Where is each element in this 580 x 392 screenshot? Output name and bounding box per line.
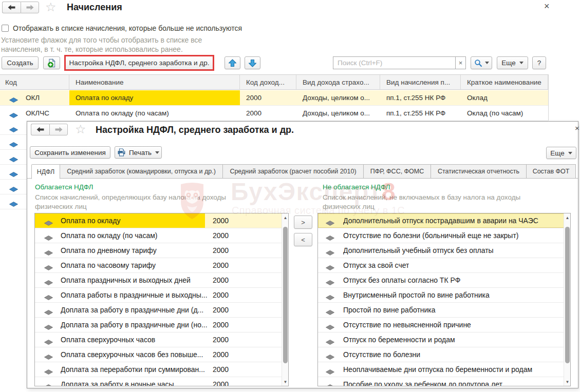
list-item[interactable]: Доплата за работу в праздничные дни (д..…	[35, 303, 288, 318]
list-item[interactable]: Оплата по часовому тарифу2000	[35, 258, 288, 273]
print-button[interactable]: Печать	[115, 146, 162, 159]
down-arrow-icon	[248, 59, 257, 67]
move-up-button[interactable]	[224, 56, 240, 69]
table-row-partial[interactable]	[0, 135, 27, 150]
dialog-favorite-star-icon[interactable]: ☆	[75, 123, 86, 135]
tab-1[interactable]: Средний заработок (командировки, отпуска…	[60, 164, 223, 179]
table-cell[interactable]: Доходы, целиком о...	[296, 90, 380, 105]
left-desc-line1: Список начислений, определяющих базу нал…	[35, 193, 226, 201]
list-item[interactable]: Доплата за работу в ночные часы2000	[35, 377, 288, 386]
back-button[interactable]	[2, 2, 21, 13]
table-cell[interactable]: ОКЛЧС	[20, 106, 69, 121]
item-diamond-icon	[9, 202, 18, 207]
table-cell[interactable]: 2000	[240, 90, 296, 105]
list-item-name: Внутрисменный простой по вине работника	[343, 288, 490, 302]
list-item[interactable]: Оплата по окладу2000	[35, 213, 288, 228]
table-row[interactable]: ОКЛЧСОплата по окладу (по часам)2000Дохо…	[0, 106, 548, 121]
table-row-partial[interactable]	[0, 194, 27, 209]
column-header[interactable]: Вид дохода страхо...	[296, 75, 380, 89]
left-scrollbar-thumb[interactable]	[283, 227, 288, 363]
create-group-button[interactable]	[43, 56, 60, 69]
list-item[interactable]: Отсутствие по болезни (больничный еще не…	[318, 228, 570, 243]
table-cell[interactable]: пп.1, ст.255 НК РФ	[380, 90, 461, 105]
table-row-partial[interactable]	[0, 150, 27, 165]
list-more-button[interactable]: Еще	[497, 56, 528, 69]
table-cell[interactable]: пп.1, ст.255 НК РФ	[380, 106, 461, 121]
favorite-star-icon[interactable]: ☆	[45, 1, 57, 13]
dialog-more-button[interactable]: Еще	[546, 147, 576, 159]
scroll-up-icon[interactable]: ▲	[282, 214, 289, 221]
list-item[interactable]: Оплата сверхурочных часов без повыше...2…	[35, 347, 288, 362]
scroll-down-icon[interactable]: ▼	[282, 378, 289, 385]
move-to-left-button[interactable]: <	[294, 233, 312, 246]
list-item[interactable]: Отсутствие по болезни	[318, 347, 570, 362]
list-item[interactable]: Оплата работы в праздничные и выходны...…	[35, 288, 288, 303]
dialog-forward-button[interactable]	[49, 124, 68, 135]
ndfl-settings-button[interactable]: Настройка НДФЛ, среднего заработка и др.	[66, 56, 213, 69]
search-options-button[interactable]	[471, 56, 492, 69]
move-down-button[interactable]	[245, 56, 260, 69]
tab-5[interactable]: Состав ФОТ	[527, 164, 576, 179]
list-item-name: Оплата по окладу (по часам)	[61, 228, 157, 243]
search-clear-button[interactable]: ×	[455, 56, 466, 69]
move-to-right-button[interactable]: >	[294, 215, 312, 229]
window-close-button[interactable]: ×	[544, 2, 550, 11]
table-row-partial[interactable]	[0, 120, 27, 135]
list-item[interactable]: Отпуск за свой счет	[318, 258, 570, 273]
right-scrollbar-thumb[interactable]	[565, 227, 570, 363]
list-item[interactable]: Неоплачиваемые дни отпуска по беременнос…	[318, 362, 570, 377]
forward-button[interactable]	[21, 2, 39, 13]
tab-ndfl[interactable]: НДФЛ	[31, 164, 60, 179]
scroll-down-icon[interactable]: ▼	[564, 378, 571, 385]
dialog-close-button[interactable]: ×	[575, 124, 579, 132]
column-header[interactable]: Код	[0, 75, 69, 89]
list-item[interactable]: Отпуск по беременности и родам	[318, 332, 570, 347]
table-row[interactable]: ОКЛОплата по окладу2000Доходы, целиком о…	[0, 90, 548, 106]
list-item[interactable]: Оплата праздничных и выходных дней2000	[35, 273, 288, 288]
save-changes-button[interactable]: Сохранить изменения	[30, 146, 110, 159]
table-cell[interactable]: Оплата по окладу	[69, 90, 240, 105]
item-diamond-icon	[44, 369, 53, 375]
column-header[interactable]: Краткое наименование	[461, 75, 548, 89]
column-header[interactable]: Код доход...	[240, 75, 296, 89]
list-item[interactable]: Оплата по окладу (по часам)2000	[35, 228, 288, 243]
left-desc-line2: физических лиц	[35, 203, 87, 210]
list-item[interactable]: Простой по вине работника	[318, 303, 570, 318]
table-cell[interactable]: Доходы, целиком о...	[296, 106, 380, 121]
list-item[interactable]: Дополнительный учебный отпуск без оплаты	[318, 243, 570, 258]
list-item[interactable]: Отпуск без оплаты согласно ТК РФ	[318, 273, 570, 288]
list-item[interactable]: Оплата сверхурочных часов2000	[35, 332, 288, 347]
search-input[interactable]	[333, 56, 455, 69]
list-item[interactable]: Доплата за работу в праздничные дни (но.…	[35, 318, 288, 332]
tab-3[interactable]: ПФР, ФСС, ФОМС	[364, 164, 431, 179]
list-item[interactable]: Внутрисменный простой по вине работника	[318, 288, 570, 303]
help-button[interactable]: ?	[532, 56, 546, 69]
table-row-partial[interactable]	[0, 165, 27, 180]
column-header[interactable]: Вид начисления п...	[380, 75, 461, 89]
dialog-back-button[interactable]	[31, 124, 49, 135]
show-unused-checkbox[interactable]	[2, 25, 9, 32]
dropdown-caret-icon	[155, 151, 159, 154]
right-list-scrollbar[interactable]: ▲ ▼	[564, 213, 570, 386]
list-item[interactable]: Дополнительный отпуск пострадавшим в ава…	[318, 213, 570, 228]
table-cell[interactable]: Оклад (по часам)	[461, 106, 548, 121]
table-cell[interactable]: 2000	[240, 106, 296, 121]
tab-4[interactable]: Статистическая отчетность	[431, 164, 527, 179]
tab-2[interactable]: Средний заработок (расчет пособий 2010)	[223, 164, 364, 179]
item-diamond-icon	[326, 221, 334, 226]
create-button[interactable]: Создать	[2, 56, 39, 69]
table-cell[interactable]: Оклад	[461, 90, 548, 105]
item-diamond-icon	[326, 310, 334, 315]
left-list-scrollbar[interactable]: ▲ ▼	[282, 213, 288, 386]
list-item[interactable]: Доплата за переработки при суммирован...…	[35, 362, 288, 377]
table-cell[interactable]: Оплата по окладу (по часам)	[69, 106, 240, 121]
left-panel-title: Облагается НДФЛ	[35, 183, 93, 191]
table-cell[interactable]: ОКЛ	[20, 90, 69, 105]
column-header[interactable]: Наименование	[69, 75, 240, 89]
table-row-partial[interactable]	[0, 180, 27, 194]
scroll-up-icon[interactable]: ▲	[564, 214, 571, 221]
list-item[interactable]: Пособие по уходу за ребенком до полутора…	[318, 377, 570, 386]
list-item[interactable]: Отсутствие по невыясненной причине	[318, 318, 570, 332]
item-diamond-icon	[326, 250, 334, 256]
list-item[interactable]: Оплата по дневному тарифу2000	[35, 243, 288, 258]
